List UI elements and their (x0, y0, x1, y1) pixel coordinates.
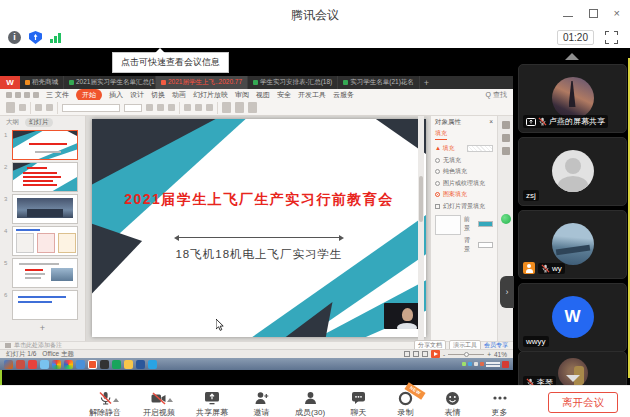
underline-icon[interactable] (168, 104, 175, 111)
mic-options-caret[interactable] (113, 398, 119, 402)
view-normal-icon[interactable] (404, 351, 410, 357)
taskbar-word-icon[interactable] (136, 360, 145, 369)
menu-insert[interactable]: 插入 (109, 90, 123, 100)
maximize-button[interactable] (589, 9, 598, 18)
props-strip-icon-2[interactable] (502, 134, 510, 142)
fill-option-picture[interactable]: 图片或纹理填充 (435, 179, 493, 188)
wps-new-tab-button[interactable]: + (420, 78, 433, 88)
menu-devtools[interactable]: 开发工具 (298, 90, 326, 100)
unmute-button[interactable]: 解除静音 (78, 387, 132, 417)
bold-icon[interactable] (146, 104, 153, 111)
menu-security[interactable]: 安全 (277, 90, 291, 100)
taskbar-capture-icon[interactable] (100, 360, 109, 369)
add-slide-button[interactable]: + (0, 321, 85, 333)
wps-quick-access-icons[interactable] (6, 92, 39, 98)
background-color-swatch[interactable] (478, 242, 493, 248)
fill-option-solid[interactable]: 纯色填充 (435, 167, 493, 176)
taskbar-wps-icon[interactable] (88, 360, 97, 369)
slide-scrollbar[interactable] (418, 116, 424, 341)
taskbar-drive-icon[interactable] (76, 360, 85, 369)
menu-file[interactable]: 三 文件 (46, 90, 69, 100)
pattern-preview-dropdown[interactable] (467, 145, 493, 152)
start-video-button[interactable]: 开启视频 (132, 387, 186, 417)
minimize-button[interactable] (563, 16, 573, 18)
invite-button[interactable]: 邀请 (238, 387, 285, 417)
panel-tab-slides[interactable]: 幻灯片 (25, 118, 53, 127)
props-strip-icon-1[interactable] (502, 121, 510, 129)
taskbar-folder-icon[interactable] (124, 360, 133, 369)
zoom-out-button[interactable]: - (443, 351, 445, 358)
collapse-up-arrow-icon[interactable] (565, 53, 579, 60)
close-button[interactable]: × (614, 8, 620, 19)
fill-option-none[interactable]: 无填充 (435, 156, 493, 165)
taskbar-firefox-icon[interactable] (4, 360, 13, 369)
taskbar-video-icon[interactable] (112, 360, 121, 369)
chat-button[interactable]: 聊天 (335, 387, 382, 417)
menu-find[interactable]: Q 查找 (486, 90, 507, 100)
taskbar-app-icon-1[interactable] (16, 360, 25, 369)
wps-tab-sheet1[interactable]: 2021届实习学生名单汇总(16) (64, 76, 156, 89)
paste-icon[interactable] (6, 102, 15, 113)
zoom-in-button[interactable]: + (487, 351, 491, 358)
participant-tile-wy[interactable]: wy (518, 210, 627, 279)
bullets-icon[interactable] (206, 104, 213, 111)
members-button[interactable]: 成员(30) (285, 387, 335, 417)
wps-assistant-icon[interactable] (501, 214, 511, 224)
participant-tile-luyan[interactable]: 卢燕的屏幕共享 (518, 64, 627, 133)
meeting-info-icon[interactable]: i (8, 31, 21, 44)
new-slide-icon[interactable] (35, 104, 42, 111)
props-strip-icon-3[interactable] (502, 147, 510, 155)
more-button[interactable]: 更多 (476, 387, 523, 417)
leave-meeting-button[interactable]: 离开会议 (548, 392, 618, 413)
properties-close-icon[interactable]: × (489, 118, 493, 127)
taskbar-colorwheel-icon[interactable] (64, 360, 73, 369)
menu-start[interactable]: 开始 (76, 89, 102, 101)
play-slideshow-icon[interactable] (431, 350, 440, 358)
menu-slideshow[interactable]: 幻灯片放映 (193, 90, 228, 100)
font-name-box[interactable] (62, 104, 120, 112)
tray-alert-icon[interactable] (502, 361, 509, 368)
menu-review[interactable]: 审阅 (235, 90, 249, 100)
menu-view[interactable]: 视图 (256, 90, 270, 100)
participant-tile-wwyy[interactable]: W wwyy (518, 283, 627, 352)
thumbnail-6[interactable]: 6 (0, 289, 85, 321)
fill-tab[interactable]: 填充 (435, 129, 447, 140)
thumbnail-1[interactable]: 1 (0, 129, 85, 161)
foreground-color-swatch[interactable] (478, 221, 493, 227)
wps-tab-sheet3[interactable]: 实习学生名单(21)花名 (338, 76, 420, 89)
menu-cloud[interactable]: 云服务 (333, 90, 354, 100)
wps-home-tab[interactable]: W (0, 76, 20, 89)
slide[interactable]: 2021届学生上飞厂生产实习行前教育会 18飞机18机电上飞厂实习学生 (92, 119, 426, 337)
zoom-slider[interactable] (448, 354, 484, 355)
fill-option-background[interactable]: 幻灯片背景填充 (435, 202, 493, 211)
textbox-icon[interactable] (248, 102, 257, 113)
share-screen-button[interactable]: 共享屏幕 (186, 387, 238, 417)
thumbnail-3[interactable]: 3 (0, 193, 85, 225)
taskbar-tim-icon[interactable] (148, 360, 157, 369)
taskbar-chrome-icon[interactable] (52, 360, 61, 369)
wps-tab-sheet2[interactable]: 学生实习安排表-汇总(18) (248, 76, 338, 89)
italic-icon[interactable] (157, 104, 164, 111)
menu-design[interactable]: 设计 (130, 90, 144, 100)
taskbar-player-icon[interactable] (28, 360, 37, 369)
record-button[interactable]: NEW 录制 (382, 387, 429, 417)
view-sorter-icon[interactable] (413, 351, 419, 357)
collapse-down-arrow-icon[interactable] (566, 375, 580, 382)
emoji-button[interactable]: 表情 (429, 387, 476, 417)
thumbnail-5[interactable]: 5 (0, 257, 85, 289)
layout-icon[interactable] (46, 104, 53, 111)
wps-tab-docer[interactable]: 稻壳商城 (20, 76, 64, 89)
participant-tile-zsj[interactable]: zsj (518, 137, 627, 206)
fill-option-pattern[interactable]: 图案填充 (435, 190, 493, 199)
font-size-box[interactable] (124, 104, 142, 112)
menu-animation[interactable]: 动画 (172, 90, 186, 100)
security-shield-icon[interactable] (29, 31, 42, 44)
picture-icon[interactable] (235, 102, 244, 113)
taskbar-cloud-icon[interactable] (40, 360, 49, 369)
wps-tab-ppt-active[interactable]: 2021届学生上飞..2020.77 (156, 76, 248, 89)
thumbnail-4[interactable]: 4 (0, 225, 85, 257)
fullscreen-icon[interactable] (605, 31, 618, 44)
align-left-icon[interactable] (184, 104, 191, 111)
align-center-icon[interactable] (195, 104, 202, 111)
format-painter-icon[interactable] (19, 104, 26, 111)
